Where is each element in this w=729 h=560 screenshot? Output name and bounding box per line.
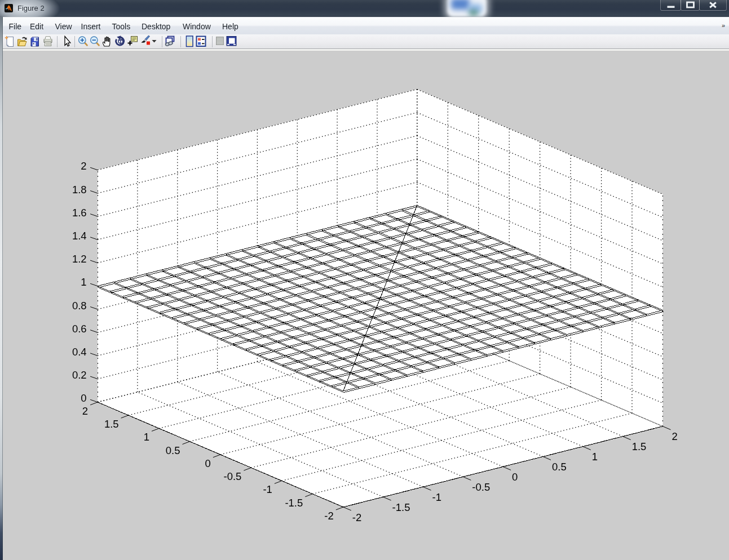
svg-text:2: 2 bbox=[82, 405, 88, 417]
svg-text:0.2: 0.2 bbox=[72, 369, 87, 381]
svg-text:1.8: 1.8 bbox=[72, 184, 87, 195]
svg-text:1.6: 1.6 bbox=[72, 207, 87, 219]
svg-text:1: 1 bbox=[81, 276, 86, 288]
svg-text:-0.5: -0.5 bbox=[224, 470, 242, 482]
svg-text:1.4: 1.4 bbox=[72, 230, 87, 242]
svg-text:-1.5: -1.5 bbox=[392, 501, 410, 513]
svg-text:-2: -2 bbox=[324, 510, 333, 522]
svg-text:-1.5: -1.5 bbox=[285, 497, 303, 509]
svg-text:2: 2 bbox=[81, 160, 86, 172]
svg-text:1.2: 1.2 bbox=[72, 253, 87, 265]
svg-text:-0.5: -0.5 bbox=[472, 481, 490, 493]
svg-text:1: 1 bbox=[592, 451, 598, 463]
svg-text:0: 0 bbox=[81, 392, 86, 404]
svg-text:2: 2 bbox=[672, 430, 678, 442]
svg-text:0.5: 0.5 bbox=[552, 461, 567, 473]
svg-text:0: 0 bbox=[205, 457, 211, 469]
svg-text:0.5: 0.5 bbox=[166, 445, 180, 456]
svg-text:0.4: 0.4 bbox=[72, 346, 87, 358]
svg-text:-1: -1 bbox=[432, 491, 441, 503]
svg-text:1.5: 1.5 bbox=[104, 418, 119, 430]
svg-text:1.5: 1.5 bbox=[632, 441, 647, 452]
svg-text:1: 1 bbox=[144, 431, 149, 443]
svg-text:-2: -2 bbox=[352, 512, 361, 523]
svg-text:0: 0 bbox=[512, 471, 518, 483]
svg-text:0.8: 0.8 bbox=[72, 300, 87, 312]
svg-text:0.6: 0.6 bbox=[72, 323, 87, 335]
svg-text:-1: -1 bbox=[263, 483, 272, 495]
